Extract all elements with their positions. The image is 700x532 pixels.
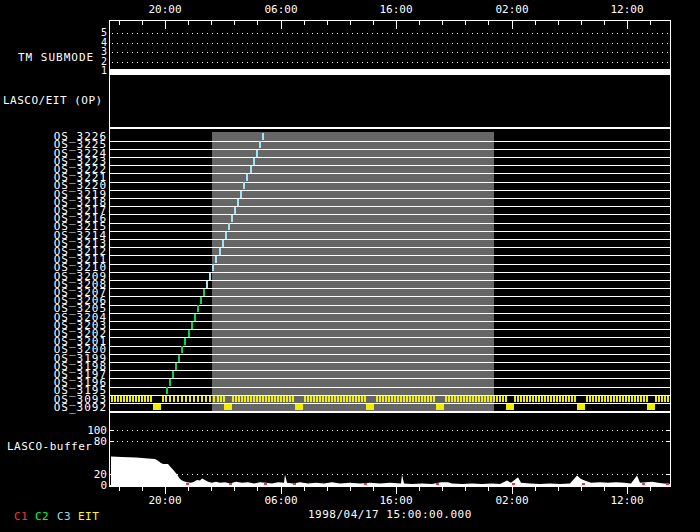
eit-cme-bar: [487, 396, 489, 402]
eit-cme-bar: [355, 396, 357, 402]
time-axis-tick: [257, 487, 258, 491]
c1-mark: [666, 483, 669, 485]
eit-cme-bar: [361, 396, 363, 402]
eit-cme-bar: [123, 396, 125, 402]
eit-cme-bar: [256, 396, 258, 402]
os-row-label: OS_3092: [38, 402, 107, 413]
schedule-tick: [250, 166, 252, 173]
eit-cme-bar: [667, 396, 669, 402]
time-axis-tick: [465, 21, 466, 25]
schedule-tick: [191, 322, 193, 329]
eit-cme-bar: [217, 396, 219, 402]
schedule-tick: [166, 387, 168, 394]
eit-cme-bar: [625, 396, 627, 402]
eit-cme-bar: [571, 396, 573, 402]
eit-cme-bar: [664, 396, 666, 402]
time-axis-tick: [165, 487, 166, 494]
eit-cme-bar: [514, 396, 516, 402]
time-axis-tick: [373, 487, 374, 491]
eit-cme-bar: [343, 396, 345, 402]
eit-cme-bar: [634, 396, 636, 402]
eit-cme-bar: [412, 396, 414, 402]
c1-mark: [229, 483, 232, 485]
eit-cme-bar: [643, 396, 645, 402]
row-separator: [110, 280, 671, 281]
eit-cme-bar: [189, 396, 191, 402]
row-separator: [110, 329, 671, 330]
eit-cme-bar: [409, 396, 411, 402]
eit-cme-bar: [141, 396, 143, 402]
eit-cme-bar: [472, 396, 474, 402]
row-separator: [110, 403, 671, 404]
eit-cme-bar: [532, 396, 534, 402]
schedule-tick: [234, 207, 236, 214]
c1-mark: [582, 483, 585, 485]
schedule-tick: [194, 314, 196, 321]
eit-cme-bar: [463, 396, 465, 402]
time-axis-tick: [512, 487, 513, 494]
soho-lasco-planning-figure: TM SUBMODE LASCO/EIT (OP) LASCO-buffer 1…: [0, 0, 700, 532]
eit-synoptic-block: [506, 404, 514, 410]
eit-cme-bar: [238, 396, 240, 402]
time-tick-label: 06:00: [253, 3, 309, 16]
eit-cme-bar: [193, 396, 195, 402]
eit-cme-bar: [220, 396, 222, 402]
eit-cme-bar: [595, 396, 597, 402]
time-axis-tick: [627, 487, 628, 494]
legend-item-c3: C3: [57, 511, 71, 523]
row-separator: [110, 223, 671, 224]
time-axis-tick: [396, 487, 397, 494]
time-axis-tick: [211, 487, 212, 491]
main-panel-bottom-border: [110, 411, 671, 413]
tm-submode-label: TM SUBMODE: [18, 52, 94, 64]
eit-cme-bar: [517, 396, 519, 402]
schedule-tick: [243, 182, 245, 189]
eit-cme-bar: [201, 396, 203, 402]
eit-cme-bar: [397, 396, 399, 402]
time-axis-tick: [650, 487, 651, 491]
eit-cme-bar: [541, 396, 543, 402]
tm-gridline: [112, 52, 670, 53]
eit-cme-bar: [289, 396, 291, 402]
time-axis-tick: [442, 21, 443, 25]
time-axis-tick: [512, 21, 513, 29]
tm-gridline: [112, 62, 670, 63]
datetime-label: 1998/04/17 15:00:00.000: [308, 509, 472, 521]
time-axis-tick: [396, 21, 397, 29]
eit-cme-bar: [253, 396, 255, 402]
eit-cme-bar: [313, 396, 315, 402]
row-separator: [110, 255, 671, 256]
row-separator: [110, 165, 671, 166]
row-separator: [110, 141, 671, 142]
eit-synoptic-block: [436, 404, 444, 410]
eit-cme-bar: [138, 396, 140, 402]
time-axis-tick: [627, 21, 628, 29]
main-panel-top-border: [110, 127, 671, 129]
eit-cme-bar: [427, 396, 429, 402]
eit-cme-bar: [604, 396, 606, 402]
eit-cme-bar: [379, 396, 381, 402]
eit-cme-bar: [144, 396, 146, 402]
eit-cme-bar: [469, 396, 471, 402]
eit-synoptic-block: [295, 404, 303, 410]
eit-cme-bar: [661, 396, 663, 402]
row-separator: [110, 206, 671, 207]
eit-cme-bar: [460, 396, 462, 402]
legend-item-eit: EIT: [78, 511, 99, 523]
bottom-axis-line: [110, 485, 671, 487]
eit-cme-bar: [391, 396, 393, 402]
eit-cme-bar: [622, 396, 624, 402]
time-axis-tick: [373, 21, 374, 25]
eit-cme-bar: [556, 396, 558, 402]
eit-cme-bar: [310, 396, 312, 402]
time-axis-tick: [558, 21, 559, 25]
eit-synoptic-block: [647, 404, 655, 410]
eit-cme-bar: [424, 396, 426, 402]
eit-cme-bar: [457, 396, 459, 402]
schedule-tick: [172, 371, 174, 378]
eit-cme-bar: [319, 396, 321, 402]
eit-cme-bar: [385, 396, 387, 402]
row-separator: [110, 387, 671, 388]
time-axis-tick: [419, 487, 420, 491]
eit-cme-bar: [484, 396, 486, 402]
